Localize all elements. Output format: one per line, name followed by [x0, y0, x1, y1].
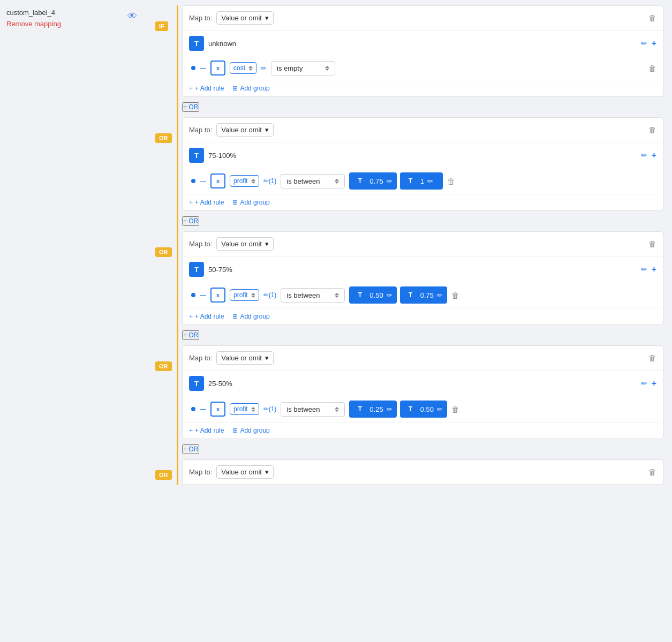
edit-output-1[interactable]: ✏	[641, 39, 647, 48]
output-value-input-4[interactable]	[208, 380, 637, 388]
or-btn-1[interactable]: + OR	[182, 102, 199, 112]
edit-val-4-1[interactable]: ✏	[387, 405, 392, 413]
or-divider-3: + OR	[182, 325, 663, 345]
chevron-down-icon-1: ▾	[265, 14, 269, 22]
edit-output-2[interactable]: ✏	[641, 151, 647, 160]
or-label-1: + OR	[183, 103, 198, 111]
field-edit-4[interactable]: ✏(1)	[263, 405, 277, 413]
chevron-down-icon-2: ▾	[265, 126, 269, 134]
add-rule-2[interactable]: + + Add rule	[189, 199, 224, 206]
map-to-select-5[interactable]: Value or omit ▾	[216, 465, 274, 479]
t-badge-1: T	[189, 36, 204, 51]
operator-value-2: is between	[286, 177, 320, 185]
add-row-1: + + Add rule ⊞ Add group	[183, 80, 663, 96]
field-select-3[interactable]: profit	[230, 289, 259, 301]
map-to-label-2: Map to:	[189, 126, 212, 134]
val-text-4-1: 0.25	[369, 405, 383, 413]
x-badge-4: x	[210, 402, 225, 417]
delete-block-3[interactable]: 🗑	[648, 239, 656, 248]
add-rule-1[interactable]: + + Add rule	[189, 85, 224, 92]
map-to-label-3: Map to:	[189, 240, 212, 248]
delete-block-2[interactable]: 🗑	[648, 125, 656, 134]
field-select-2[interactable]: profit	[230, 175, 259, 187]
operator-select-4[interactable]: is between	[281, 402, 345, 417]
edit-output-3[interactable]: ✏	[641, 265, 647, 274]
condition-row-1-1: x cost ✏ is empty	[183, 56, 663, 80]
edit-val-2-1[interactable]: ✏	[387, 177, 392, 185]
or-divider-4: + OR	[182, 439, 663, 459]
condition-row-2-1: x profit ✏(1) is between	[183, 168, 663, 194]
dot-3	[191, 293, 195, 297]
output-value-input-2[interactable]	[208, 152, 637, 160]
add-rule-3[interactable]: + + Add rule	[189, 313, 224, 320]
delete-condition-2[interactable]: 🗑	[447, 177, 455, 186]
add-output-2[interactable]: +	[652, 150, 656, 160]
add-group-label-2: Add group	[240, 199, 269, 206]
add-row-3: + + Add rule ⊞ Add group	[183, 308, 663, 324]
operator-select-1[interactable]: is empty	[271, 61, 335, 75]
or-btn-4[interactable]: + OR	[182, 444, 199, 454]
add-group-4[interactable]: ⊞ Add group	[232, 427, 269, 434]
field-name-2: profit	[233, 177, 248, 185]
edit-val-4-2[interactable]: ✏	[437, 405, 443, 413]
add-output-1[interactable]: +	[652, 39, 656, 48]
field-edit-2[interactable]: ✏(1)	[263, 177, 277, 185]
map-to-row-4: Map to: Value or omit ▾ 🗑	[183, 346, 663, 371]
delete-condition-1[interactable]: 🗑	[648, 64, 656, 73]
add-rule-label-2: + Add rule	[195, 199, 224, 206]
delete-block-1[interactable]: 🗑	[648, 13, 656, 22]
add-output-4[interactable]: +	[652, 379, 656, 388]
add-output-3[interactable]: +	[652, 265, 656, 274]
val-text-2-1: 0.75	[369, 177, 383, 185]
x-badge-2: x	[210, 173, 225, 188]
delete-condition-3[interactable]: 🗑	[451, 291, 459, 300]
add-rule-4[interactable]: + + Add rule	[189, 427, 224, 434]
dot-1	[191, 66, 195, 70]
edit-output-4[interactable]: ✏	[641, 379, 647, 388]
add-rule-label-3: + Add rule	[195, 313, 224, 320]
map-to-select-1[interactable]: Value or omit ▾	[216, 11, 274, 25]
map-to-select-4[interactable]: Value or omit ▾	[216, 351, 274, 365]
or-btn-2[interactable]: + OR	[182, 216, 199, 226]
field-select-1[interactable]: cost	[230, 62, 256, 74]
field-name-1: cost	[233, 64, 245, 72]
value-box-3-1: T 0.50 ✏	[349, 286, 396, 304]
delete-block-4[interactable]: 🗑	[648, 353, 656, 362]
add-group-3[interactable]: ⊞ Add group	[232, 313, 269, 320]
field-edit-1[interactable]: ✏	[261, 64, 267, 72]
value-box-3-2: T 0.75 ✏	[400, 286, 447, 304]
dot-4	[191, 407, 195, 411]
chevron-down-icon-4: ▾	[265, 354, 269, 362]
edit-val-2-2[interactable]: ✏	[427, 177, 433, 185]
map-to-value-3: Value or omit	[221, 240, 262, 248]
value-box-4-2: T 0.50 ✏	[400, 401, 447, 418]
add-group-2[interactable]: ⊞ Add group	[232, 199, 269, 206]
field-edit-3[interactable]: ✏(1)	[263, 291, 277, 299]
operator-select-3[interactable]: is between	[281, 288, 345, 303]
rule-block-1: Map to: Value or omit ▾ 🗑 T ✏ +	[182, 5, 663, 97]
output-value-input-1[interactable]	[208, 40, 637, 48]
operator-select-2[interactable]: is between	[281, 174, 345, 188]
delete-block-5[interactable]: 🗑	[648, 467, 656, 477]
rule-block-5: Map to: Value or omit ▾ 🗑	[182, 459, 663, 485]
add-group-label-4: Add group	[240, 427, 269, 434]
or-btn-3[interactable]: + OR	[182, 330, 199, 340]
add-row-2: + + Add rule ⊞ Add group	[183, 194, 663, 210]
edit-val-3-1[interactable]: ✏	[387, 291, 392, 299]
map-to-select-3[interactable]: Value or omit ▾	[216, 237, 274, 251]
add-rule-label-4: + Add rule	[195, 427, 224, 434]
condition-row-4-1: x profit ✏(1) is between	[183, 396, 663, 422]
edit-val-3-2[interactable]: ✏	[437, 291, 443, 299]
t-inline-3-1: T	[353, 289, 366, 301]
rule-block-3: Map to: Value or omit ▾ 🗑 T ✏ +	[182, 231, 663, 325]
eye-icon[interactable]: 👁	[127, 11, 137, 22]
output-value-input-3[interactable]	[208, 266, 637, 274]
add-group-1[interactable]: ⊞ Add group	[232, 85, 269, 92]
delete-condition-4[interactable]: 🗑	[451, 405, 459, 414]
rule-block-2: Map to: Value or omit ▾ 🗑 T ✏ +	[182, 117, 663, 211]
between-value-4-1: T 0.25 ✏ T 0.50 ✏	[349, 401, 447, 418]
field-select-4[interactable]: profit	[230, 403, 259, 415]
or-divider-2: + OR	[182, 211, 663, 231]
map-to-select-2[interactable]: Value or omit ▾	[216, 123, 274, 137]
remove-mapping-link[interactable]: Remove mapping	[6, 20, 61, 28]
